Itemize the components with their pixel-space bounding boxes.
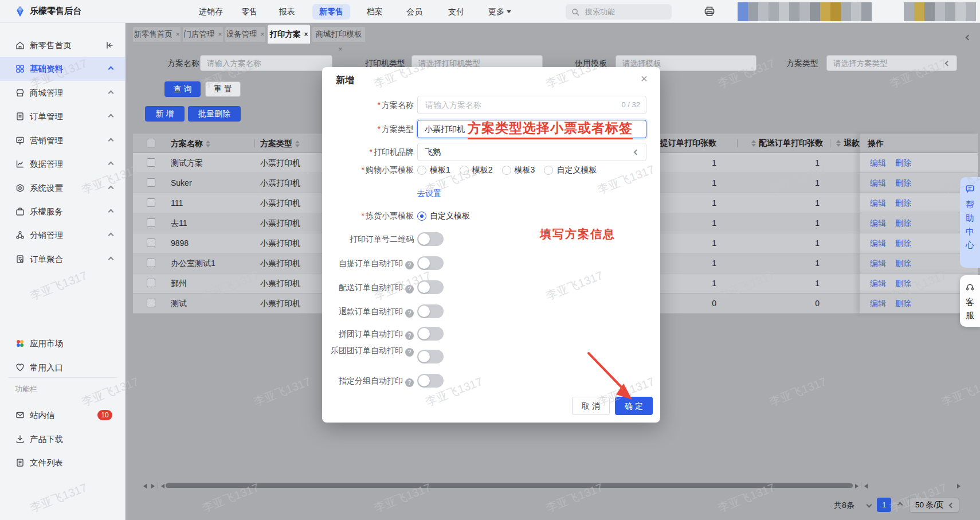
sort-icon[interactable]	[836, 140, 841, 147]
sidebar-item-services[interactable]: 乐檬服务	[0, 201, 126, 222]
filter-name-input[interactable]	[206, 56, 317, 70]
toggle-refund-auto[interactable]	[417, 304, 444, 318]
search-button[interactable]: 查 询	[164, 81, 201, 97]
scroll-right-icon[interactable]	[855, 484, 859, 488]
close-tab-icon[interactable]	[257, 30, 264, 38]
sidebar-item-favorites[interactable]: 常用入口	[0, 357, 126, 378]
sort-icon[interactable]	[295, 140, 300, 147]
delete-link[interactable]: 删除	[895, 233, 911, 253]
edit-link[interactable]: 编辑	[870, 213, 886, 233]
row-checkbox[interactable]	[147, 239, 155, 247]
edit-link[interactable]: 编辑	[870, 253, 886, 273]
row-checkbox[interactable]	[147, 279, 155, 287]
row-checkbox[interactable]	[147, 158, 155, 167]
cancel-button[interactable]: 取 消	[572, 397, 610, 415]
nav-menu-lingshou[interactable]: 零售	[238, 0, 261, 23]
radio-template1[interactable]: 模板1	[417, 165, 450, 175]
delete-link[interactable]: 删除	[895, 294, 911, 314]
delete-link[interactable]: 删除	[895, 253, 911, 273]
edit-link[interactable]: 编辑	[870, 193, 886, 213]
sidebar-item-file-list[interactable]: 文件列表	[0, 452, 126, 474]
row-checkbox[interactable]	[147, 198, 155, 207]
toggle-group-assign-auto[interactable]	[417, 374, 444, 388]
sort-icon[interactable]	[206, 140, 210, 147]
edit-link[interactable]: 编辑	[870, 273, 886, 294]
sidebar-item-distribution[interactable]: 分销管理	[0, 224, 126, 246]
help-icon[interactable]	[405, 261, 414, 269]
help-icon[interactable]	[405, 378, 414, 387]
sidebar-item-marketing[interactable]: 营销管理	[0, 130, 126, 151]
delete-link[interactable]: 删除	[895, 153, 911, 173]
tab-mall-print-template[interactable]: 商城打印模板	[312, 27, 365, 42]
sidebar-item-app-market[interactable]: 应用市场	[0, 333, 126, 354]
help-center-widget[interactable]: 帮助中心	[960, 177, 980, 268]
tab-device-manage[interactable]: 设备管理	[225, 27, 265, 42]
scheme-type-select[interactable]: 小票打印机	[417, 120, 646, 138]
delete-link[interactable]: 删除	[895, 173, 911, 193]
delete-link[interactable]: 删除	[895, 273, 911, 294]
close-tab-icon[interactable]	[300, 30, 308, 38]
prev-page-icon[interactable]	[867, 502, 872, 508]
radio-custom-template[interactable]: 自定义模板	[544, 165, 597, 175]
search-input[interactable]	[584, 5, 664, 18]
radio-pick-custom-template[interactable]: 自定义模板	[417, 211, 470, 221]
row-checkbox[interactable]	[147, 299, 155, 307]
filter-scheme-type-input[interactable]	[832, 56, 942, 70]
close-tab-icon[interactable]	[214, 30, 222, 38]
printer-icon[interactable]	[703, 5, 716, 18]
sidebar-item-home[interactable]: 新零售首页	[0, 34, 126, 56]
scroll-left-icon[interactable]	[864, 484, 868, 488]
nav-menu-more[interactable]: 更多	[486, 0, 513, 23]
nav-menu-jinxiaocun[interactable]: 进销存	[195, 0, 227, 23]
nav-menu-baobiao[interactable]: 报表	[276, 0, 299, 23]
batch-delete-button[interactable]: 批量删除	[188, 106, 241, 122]
toggle-groupbuy-auto[interactable]	[417, 327, 444, 341]
select-all-checkbox[interactable]	[147, 139, 155, 147]
nav-menu-xinlingshou[interactable]: 新零售	[312, 4, 350, 19]
redacted-user-avatar[interactable]	[904, 2, 976, 21]
sidebar-item-basic-data[interactable]: 基础资料	[0, 58, 126, 80]
scroll-left-icon[interactable]	[143, 484, 147, 488]
horizontal-scrollbar-thumb[interactable]	[166, 483, 853, 488]
edit-link[interactable]: 编辑	[870, 173, 886, 193]
nav-menu-huiyuan[interactable]: 会员	[403, 0, 426, 23]
modal-close-icon[interactable]	[637, 72, 651, 85]
sidebar-item-mall[interactable]: 商城管理	[0, 82, 126, 104]
sidebar-item-order-aggregate[interactable]: 订单聚合	[0, 248, 126, 270]
row-checkbox[interactable]	[147, 178, 155, 187]
sidebar-item-settings[interactable]: 系统设置	[0, 177, 126, 199]
sidebar-item-data[interactable]: 数据管理	[0, 153, 126, 175]
close-tab-icon[interactable]	[173, 30, 180, 38]
page-size-select[interactable]: 50 条/页	[909, 498, 959, 513]
toggle-letuantuan-auto[interactable]	[417, 350, 444, 363]
toggle-qrcode[interactable]	[417, 232, 444, 246]
sidebar-item-orders[interactable]: 订单管理	[0, 105, 126, 127]
tab-print-scheme[interactable]: 打印方案	[268, 25, 310, 44]
scroll-right-icon[interactable]	[957, 484, 961, 488]
reset-button[interactable]: 重 置	[205, 81, 241, 97]
add-button[interactable]: 新 增	[145, 106, 185, 122]
next-page-icon[interactable]	[897, 502, 903, 508]
tab-home[interactable]: 新零售首页	[133, 27, 181, 42]
edit-link[interactable]: 编辑	[870, 153, 886, 173]
row-checkbox[interactable]	[147, 218, 155, 227]
sidebar-item-messages[interactable]: 站内信 10	[0, 404, 126, 426]
nav-menu-zhifu[interactable]: 支付	[445, 0, 468, 23]
page-number[interactable]: 1	[877, 498, 891, 512]
confirm-button[interactable]: 确 定	[615, 397, 653, 415]
help-icon[interactable]	[405, 331, 414, 340]
collapse-sidebar-icon[interactable]	[105, 41, 114, 50]
go-setup-link[interactable]: 去设置	[417, 189, 441, 199]
close-tab-icon[interactable]	[335, 45, 342, 53]
edit-link[interactable]: 编辑	[870, 294, 886, 314]
sidebar-item-product-download[interactable]: 产品下载	[0, 428, 126, 450]
help-icon[interactable]	[405, 348, 414, 357]
global-search[interactable]	[566, 4, 672, 19]
toggle-delivery-auto[interactable]	[417, 280, 444, 294]
radio-template3[interactable]: 模板3	[502, 165, 535, 175]
sort-icon[interactable]	[751, 140, 756, 147]
radio-template2[interactable]: 模板2	[460, 165, 493, 175]
delete-link[interactable]: 删除	[895, 193, 911, 213]
nav-menu-dangan[interactable]: 档案	[363, 0, 386, 23]
scheme-name-input[interactable]	[424, 97, 596, 113]
